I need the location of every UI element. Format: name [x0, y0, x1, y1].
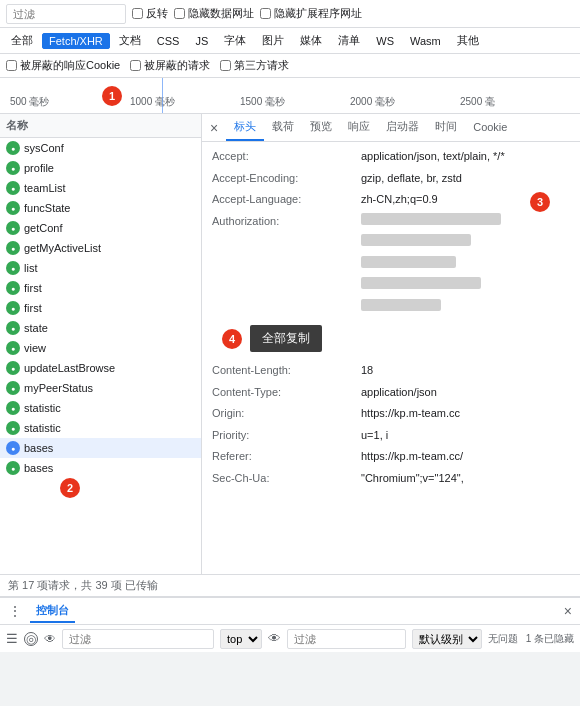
hide-data-checkbox-label[interactable]: 隐藏数据网址 [174, 6, 254, 21]
hide-ext-label: 隐藏扩展程序网址 [274, 6, 362, 21]
annotation-3: 3 [530, 192, 550, 212]
header-value-accept: application/json, text/plain, */* [361, 148, 570, 165]
item-view: view [24, 342, 197, 354]
reverse-checkbox[interactable] [132, 8, 143, 19]
eye-filter-icon[interactable]: 👁 [268, 631, 281, 646]
type-btn-font[interactable]: 字体 [217, 31, 253, 50]
list-item[interactable]: ● profile [0, 158, 201, 178]
list-item-icon-selected: ● [6, 441, 20, 455]
list-item[interactable]: ● getConf [0, 218, 201, 238]
copy-all-button[interactable]: 全部复制 [250, 325, 322, 352]
list-item[interactable]: ● sysConf [0, 138, 201, 158]
tab-payload[interactable]: 载荷 [264, 114, 302, 141]
menu-icon[interactable]: ⋮ [8, 603, 22, 619]
type-btn-fetch[interactable]: Fetch/XHR [42, 33, 110, 49]
item-getmyactivelist: getMyActiveList [24, 242, 197, 254]
hide-data-checkbox[interactable] [174, 8, 185, 19]
status-bar: 第 17 项请求，共 39 项 已传输 [0, 574, 580, 596]
hide-ext-checkbox[interactable] [260, 8, 271, 19]
header-value-priority: u=1, i [361, 427, 570, 444]
hidden-count-badge: 1 条已隐藏 [526, 632, 574, 646]
list-item[interactable]: ● statistic [0, 398, 201, 418]
header-value-origin: https://kp.m-team.cc [361, 405, 570, 422]
item-funcstate: funcState [24, 202, 197, 214]
type-btn-wasm[interactable]: Wasm [403, 33, 448, 49]
level-select[interactable]: 默认级别 [412, 629, 482, 649]
blocked-cookie-checkbox[interactable] [6, 60, 17, 71]
header-row-encoding: Accept-Encoding: gzip, deflate, br, zstd [212, 170, 570, 187]
type-btn-manifest[interactable]: 清单 [331, 31, 367, 50]
blocked-req-checkbox[interactable] [130, 60, 141, 71]
hide-data-label: 隐藏数据网址 [188, 6, 254, 21]
main-content: 名称 ● sysConf ● profile ● teamList ● func… [0, 114, 580, 574]
type-btn-other[interactable]: 其他 [450, 31, 486, 50]
type-btn-doc[interactable]: 文档 [112, 31, 148, 50]
item-first-2: first [24, 302, 197, 314]
item-sysconf: sysConf [24, 142, 197, 154]
list-item[interactable]: ● getMyActiveList [0, 238, 201, 258]
filter-input[interactable] [6, 4, 126, 24]
console-filter-input[interactable] [62, 629, 214, 649]
stop-icon[interactable]: ◎ [24, 632, 38, 646]
tick-1500: 1500 毫秒 [240, 95, 285, 109]
third-party-checkbox[interactable] [220, 60, 231, 71]
list-item[interactable]: ● bases [0, 438, 201, 458]
filter-bar-2: 被屏蔽的响应Cookie 被屏蔽的请求 第三方请求 [0, 54, 580, 78]
list-item[interactable]: ● funcState [0, 198, 201, 218]
item-teamlist: teamList [24, 182, 197, 194]
console-tab[interactable]: 控制台 [30, 600, 75, 623]
header-row-blurred-3 [212, 277, 570, 294]
item-updatelastbrowse: updateLastBrowse [24, 362, 197, 374]
network-list: 名称 ● sysConf ● profile ● teamList ● func… [0, 114, 202, 574]
item-profile: profile [24, 162, 197, 174]
header-name-language: Accept-Language: [212, 191, 357, 208]
list-item[interactable]: ● bases [0, 458, 201, 478]
type-btn-js[interactable]: JS [188, 33, 215, 49]
console-filter-input-2[interactable] [287, 629, 406, 649]
list-item-icon: ● [6, 161, 20, 175]
tab-timing[interactable]: 时间 [427, 114, 465, 141]
console-bottom: ☰ ◎ 👁 top 👁 默认级别 无问题 1 条已隐藏 [0, 624, 580, 652]
type-btn-ws[interactable]: WS [369, 33, 401, 49]
blocked-req-label[interactable]: 被屏蔽的请求 [130, 58, 210, 73]
third-party-label[interactable]: 第三方请求 [220, 58, 289, 73]
blocked-cookie-label[interactable]: 被屏蔽的响应Cookie [6, 58, 120, 73]
tab-cookie[interactable]: Cookie [465, 114, 515, 141]
tab-headers[interactable]: 标头 [226, 114, 264, 141]
item-bases-2: bases [24, 462, 197, 474]
list-item[interactable]: ● statistic [0, 418, 201, 438]
reverse-checkbox-label[interactable]: 反转 [132, 6, 168, 21]
top-select[interactable]: top [220, 629, 262, 649]
list-item[interactable]: ● myPeerStatus [0, 378, 201, 398]
tick-1000: 1000 毫秒 [130, 95, 175, 109]
list-item[interactable]: ● state [0, 318, 201, 338]
type-btn-all[interactable]: 全部 [4, 31, 40, 50]
status-text: 第 17 项请求，共 39 项 已传输 [8, 578, 158, 593]
tab-preview[interactable]: 预览 [302, 114, 340, 141]
list-item[interactable]: ● teamList [0, 178, 201, 198]
list-item[interactable]: ● list [0, 258, 201, 278]
list-item[interactable]: ● updateLastBrowse [0, 358, 201, 378]
type-btn-css[interactable]: CSS [150, 33, 187, 49]
type-btn-media[interactable]: 媒体 [293, 31, 329, 50]
close-console-icon[interactable]: × [564, 603, 572, 619]
blurred-auth-1 [361, 213, 501, 225]
tab-initiator[interactable]: 启动器 [378, 114, 427, 141]
item-statistic-1: statistic [24, 402, 197, 414]
header-name-priority: Priority: [212, 427, 357, 444]
list-item[interactable]: ● first [0, 278, 201, 298]
annotation-2: 2 [60, 478, 80, 498]
list-item[interactable]: ● view [0, 338, 201, 358]
list-item[interactable]: ● first [0, 298, 201, 318]
header-name-content-type: Content-Type: [212, 384, 357, 401]
close-detail-button[interactable]: × [202, 114, 226, 142]
hamburger-icon[interactable]: ☰ [6, 631, 18, 646]
type-btn-img[interactable]: 图片 [255, 31, 291, 50]
header-value-blurred-3 [361, 277, 570, 294]
header-name-origin: Origin: [212, 405, 357, 422]
tab-response[interactable]: 响应 [340, 114, 378, 141]
hide-ext-checkbox-label[interactable]: 隐藏扩展程序网址 [260, 6, 362, 21]
timeline-bar: 500 毫秒 1000 毫秒 1500 毫秒 2000 毫秒 2500 毫 1 [0, 78, 580, 114]
header-row-referer: Referer: https://kp.m-team.cc/ [212, 448, 570, 465]
eye-icon[interactable]: 👁 [44, 632, 56, 646]
